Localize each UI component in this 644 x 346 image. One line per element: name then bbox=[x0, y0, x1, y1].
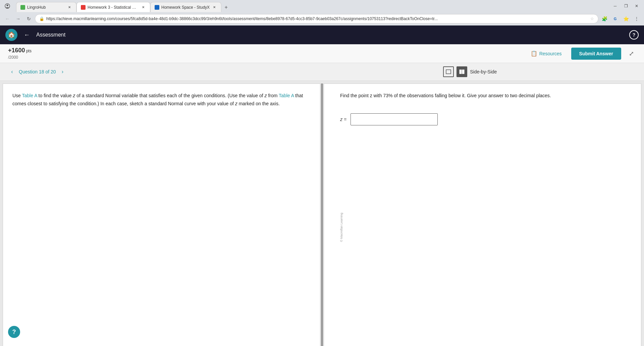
tab-title-lingro: LingroHub bbox=[27, 5, 65, 10]
view-label: Side-by-Side bbox=[470, 69, 497, 74]
app-title: Assessment bbox=[36, 32, 625, 38]
svg-point-1 bbox=[7, 5, 8, 6]
forward-nav-btn[interactable]: → bbox=[13, 14, 23, 23]
close-btn[interactable]: ✕ bbox=[632, 1, 641, 11]
app-header: 🏠 ← Assessment ? bbox=[0, 25, 644, 44]
fullscreen-icon: ⤢ bbox=[629, 50, 634, 57]
question-instruction: Use Table A to find the value z of a sta… bbox=[12, 92, 311, 108]
resources-icon: 📋 bbox=[531, 50, 537, 57]
back-button[interactable]: ← bbox=[21, 30, 32, 40]
resources-label: Resources bbox=[539, 51, 562, 56]
question-counter[interactable]: Question 18 of 20 bbox=[19, 69, 56, 74]
tab-close-lingro[interactable]: ✕ bbox=[67, 5, 72, 10]
single-view-btn[interactable] bbox=[443, 66, 454, 77]
answer-input[interactable] bbox=[351, 113, 438, 125]
restore-btn[interactable]: ❐ bbox=[621, 1, 631, 11]
panel-divider bbox=[321, 83, 323, 346]
tab-favicon-homework3 bbox=[81, 5, 86, 10]
browser-profile-btn[interactable] bbox=[3, 1, 12, 11]
points-label: pts bbox=[25, 49, 32, 53]
tab-favicon-lingro bbox=[20, 5, 25, 10]
main-content: Use Table A to find the value z of a sta… bbox=[0, 81, 644, 346]
svg-rect-4 bbox=[462, 70, 464, 74]
tab-title-homework3: Homework 3 - Statistical Method bbox=[88, 5, 139, 10]
points-section: +1600 pts /2000 bbox=[8, 47, 527, 60]
points-value: +1600 bbox=[8, 47, 25, 54]
resources-button[interactable]: 📋 Resources bbox=[527, 48, 566, 59]
tab-close-homework3[interactable]: ✕ bbox=[141, 5, 146, 10]
extensions-btn[interactable]: 🧩 bbox=[600, 14, 609, 23]
settings-btn[interactable]: ⋮ bbox=[632, 14, 641, 23]
svg-rect-2 bbox=[446, 70, 451, 74]
single-view-icon bbox=[446, 69, 451, 74]
reload-btn[interactable]: ↻ bbox=[24, 14, 34, 23]
tab-title-studyx: Homework Space - StudyX bbox=[161, 5, 210, 10]
home-button[interactable]: 🏠 bbox=[5, 29, 17, 41]
svg-rect-3 bbox=[460, 70, 462, 74]
side-by-side-view-btn[interactable] bbox=[457, 66, 467, 77]
chevron-left-icon: ‹ bbox=[11, 69, 13, 75]
left-panel: Use Table A to find the value z of a sta… bbox=[3, 83, 320, 346]
question-body: Find the point z with 73% of the observa… bbox=[333, 92, 632, 100]
answer-label: z = bbox=[340, 117, 346, 122]
url-text: https://achieve.macmillanlearning.com/co… bbox=[46, 16, 588, 21]
tab-homework3[interactable]: Homework 3 - Statistical Method ✕ bbox=[76, 2, 150, 12]
question-nav-bar: ‹ Question 18 of 20 › Side-by-Side bbox=[0, 63, 644, 81]
watermark: © Macmillan Learning bbox=[340, 213, 343, 242]
next-question-btn[interactable]: › bbox=[59, 68, 67, 76]
fullscreen-button[interactable]: ⤢ bbox=[627, 49, 636, 58]
table-a-link-1[interactable]: Table A bbox=[22, 93, 37, 98]
bookmark-btn[interactable]: ⭐ bbox=[621, 14, 631, 23]
answer-row: z = bbox=[333, 113, 632, 125]
home-icon: 🏠 bbox=[8, 31, 15, 39]
side-by-side-icon bbox=[459, 69, 465, 74]
submit-answer-button[interactable]: Submit Answer bbox=[571, 48, 621, 60]
tab-close-studyx[interactable]: ✕ bbox=[212, 5, 217, 10]
chevron-right-icon: › bbox=[62, 69, 63, 75]
points-bar: +1600 pts /2000 📋 Resources Submit Answe… bbox=[0, 44, 644, 63]
tab-lingro[interactable]: LingroHub ✕ bbox=[16, 2, 76, 12]
view-toggle: Side-by-Side bbox=[443, 66, 497, 77]
help-bubble-button[interactable]: ? bbox=[8, 326, 20, 338]
right-panel: © Macmillan Learning Find the point z wi… bbox=[324, 83, 641, 346]
new-tab-btn[interactable]: + bbox=[221, 3, 231, 12]
points-total: /2000 bbox=[8, 55, 18, 60]
address-bar[interactable]: 🔒 https://achieve.macmillanlearning.com/… bbox=[35, 14, 598, 23]
header-help-button[interactable]: ? bbox=[629, 30, 639, 40]
tab-favicon-studyx bbox=[155, 5, 159, 10]
prev-question-btn[interactable]: ‹ bbox=[8, 68, 16, 76]
minimize-btn[interactable]: ─ bbox=[610, 1, 620, 11]
tab-studyx[interactable]: Homework Space - StudyX ✕ bbox=[150, 2, 221, 12]
profile-btn2[interactable]: G bbox=[610, 14, 620, 23]
table-a-link-2[interactable]: Table A bbox=[279, 93, 294, 98]
back-nav-btn[interactable]: ← bbox=[3, 14, 12, 23]
back-arrow-icon: ← bbox=[24, 32, 30, 39]
